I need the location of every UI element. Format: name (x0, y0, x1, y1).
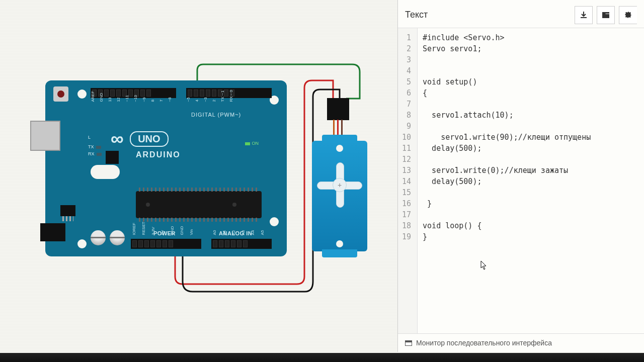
servo-mount-hole (336, 240, 343, 247)
pin-label: ~5 (186, 97, 191, 102)
download-icon (580, 11, 588, 19)
arduino-uno-board[interactable]: DIGITAL (PWM~) POWER ANALOG IN L TX RX O… (45, 80, 287, 256)
servo-horn[interactable] (317, 162, 362, 208)
pin-label: A4 (251, 230, 255, 235)
atmega328p-chip (136, 191, 262, 218)
capacitor (110, 230, 125, 245)
pin-label: Vin (189, 229, 194, 235)
download-button[interactable] (575, 6, 593, 24)
pin-label: A5 (260, 230, 265, 235)
servo-mount-hole (336, 145, 343, 152)
mounting-hole (270, 217, 279, 226)
micro-servo[interactable] (312, 141, 367, 251)
pin-label: 7 (159, 100, 164, 102)
settings-icon (624, 11, 632, 19)
mounting-hole (77, 239, 87, 248)
pin-label: A2 (231, 230, 236, 235)
tx-rx-labels: TX RX (88, 143, 102, 157)
pin-label: RX←0 (229, 90, 233, 102)
pin-label: A1 (222, 230, 226, 235)
voltage-regulator (60, 205, 75, 216)
library-button[interactable] (597, 6, 615, 24)
circuit-canvas[interactable]: DIGITAL (PWM~) POWER ANALOG IN L TX RX O… (0, 0, 397, 352)
l-led-label: L (88, 135, 91, 140)
digital-section-label: DIGITAL (PWM~) (191, 112, 241, 118)
pin-label: 3.3V (151, 227, 155, 235)
pin-label: ~9 (142, 97, 146, 102)
pin-label: RESET (141, 222, 146, 235)
reset-button[interactable] (53, 86, 68, 102)
servo-connector[interactable] (327, 98, 349, 120)
pin-label: 12 (116, 98, 121, 102)
share-button[interactable] (619, 6, 637, 24)
analog-header[interactable] (211, 239, 272, 249)
pin-label: GND (170, 226, 175, 235)
arduino-logo: ∞ UNO ARDUINO (111, 128, 181, 159)
code-content[interactable]: #include <Servo.h> Servo servo1; void se… (418, 28, 596, 333)
pin-label: IOREF (132, 223, 136, 235)
svg-rect-0 (602, 12, 609, 14)
os-taskbar[interactable] (0, 353, 644, 362)
folder-icon (602, 12, 610, 19)
usb-port (30, 121, 60, 151)
line-gutter: 12345678910111213141516171819 (398, 28, 418, 333)
pin-label: ~6 (168, 97, 172, 102)
code-panel-header: Текст (398, 0, 644, 28)
power-jack (40, 223, 65, 241)
pin-label: TX→1 (220, 90, 225, 102)
code-panel: Текст 12345678910111213141516171819 #inc… (397, 0, 644, 352)
pin-label: GND (99, 93, 104, 102)
pin-label: 4 (195, 100, 199, 102)
atmega16u2-chip (106, 151, 119, 164)
pin-label: A0 (212, 230, 217, 235)
icsp-slot (91, 165, 120, 179)
pin-label: GND (180, 226, 184, 235)
mounting-hole (77, 89, 87, 99)
power-header[interactable] (131, 239, 201, 249)
pin-label: ~11 (125, 95, 129, 102)
code-editor[interactable]: 12345678910111213141516171819 #include <… (398, 28, 644, 333)
pin-label: 8 (150, 100, 155, 102)
pin-label: 2 (212, 100, 216, 102)
pin-label: AREF (91, 91, 95, 102)
pin-label: 5V (160, 230, 165, 235)
pin-label: 13 (108, 98, 112, 102)
pin-label: ~10 (133, 95, 138, 102)
serial-monitor-icon (405, 340, 412, 346)
on-led: ON (245, 141, 259, 146)
pin-label: A3 (241, 230, 246, 235)
serial-monitor-label: Монитор последовательного интерфейса (416, 339, 552, 347)
pin-label: ~3 (203, 97, 208, 102)
serial-monitor-link[interactable]: Монитор последовательного интерфейса (398, 333, 644, 352)
capacitor (91, 230, 106, 245)
code-panel-title: Текст (405, 10, 428, 20)
